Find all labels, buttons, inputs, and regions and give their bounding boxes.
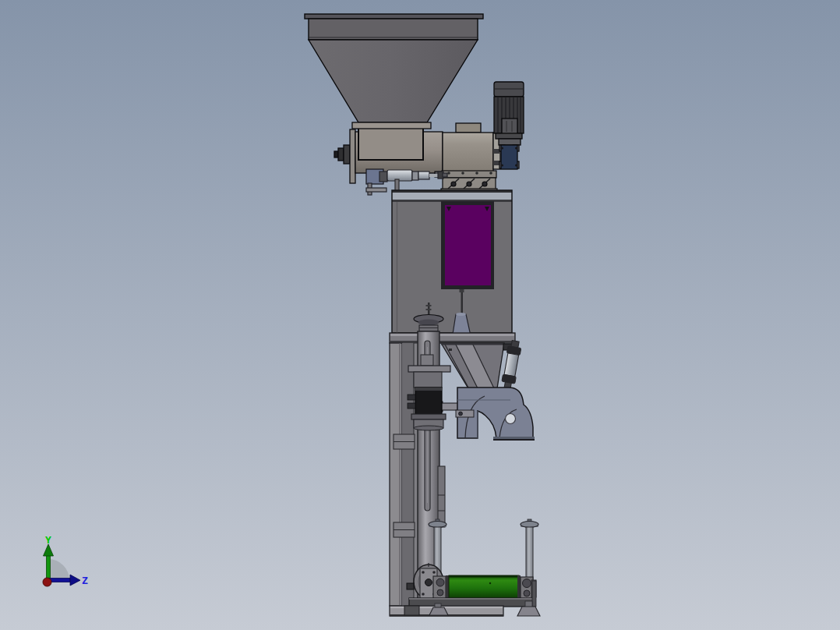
- z-axis-label: Z: [82, 575, 88, 586]
- sight-window[interactable]: [441, 201, 494, 289]
- frame-side-plate: [438, 466, 445, 527]
- conveyor-belt-roller[interactable]: [433, 575, 536, 600]
- feeder-drive-motor[interactable]: [494, 82, 524, 145]
- cad-viewport: Y Z: [0, 0, 840, 630]
- y-axis-label: Y: [45, 534, 51, 546]
- x-axis-origin[interactable]: [43, 578, 51, 586]
- feeder-gearbox[interactable]: [499, 145, 519, 169]
- cad-canvas: Y Z: [0, 0, 840, 630]
- arm-bolt-hole: [506, 414, 516, 424]
- body-bottom-flange[interactable]: [390, 333, 515, 343]
